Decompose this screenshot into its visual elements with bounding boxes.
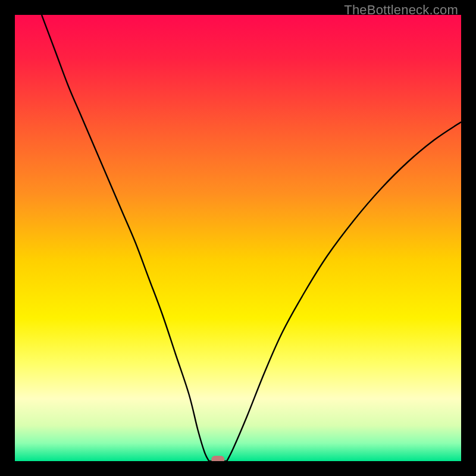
chart-svg [15,15,461,461]
watermark-text: TheBottleneck.com [344,2,458,18]
chart-frame [15,15,461,461]
chart-background [15,15,461,461]
minimum-marker [211,456,224,461]
